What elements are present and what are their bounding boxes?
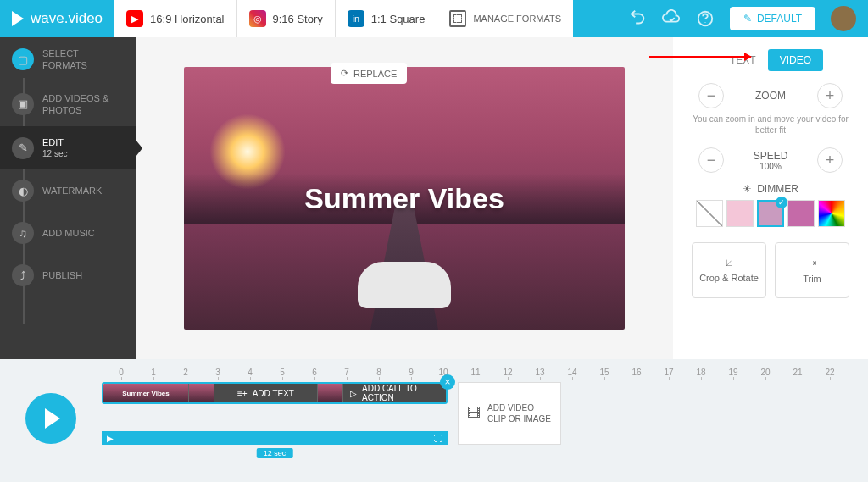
undo-icon[interactable] [628,9,647,28]
ruler-tick: 0 [105,368,137,377]
video-clip[interactable]: Summer Vibes ≡+ADD TEXT ▷ADD CALL TO ACT… [102,382,448,404]
panel-tabs: TEXT VIDEO [718,49,823,71]
logo-icon [12,11,24,26]
ruler-tick: 1 [137,368,170,377]
text-icon: ≡+ [237,389,248,398]
swatch-none[interactable] [696,200,723,227]
sidebar-item-add-videos[interactable]: ▣ ADD VIDEOS & PHOTOS [0,82,136,127]
annotation-arrow [649,56,751,58]
scene-car [358,262,451,308]
speed-label: SPEED100% [749,150,792,171]
ruler-tick: 21 [782,368,814,377]
zoom-hint: You can zoom in and move your video for … [688,114,853,136]
canvas-title-text[interactable]: Summer Vibes [304,182,504,215]
clip-thumbnail[interactable]: Summer Vibes [103,384,188,402]
formats-icon: ▢ [12,48,34,70]
sidebar-item-edit[interactable]: ✎ EDIT12 sec [0,126,136,169]
zoom-label: ZOOM [749,90,792,102]
ruler-tick: 13 [524,368,556,377]
canvas-area: ⟳ REPLACE Summer Vibes [136,37,673,359]
right-panel: TEXT VIDEO − ZOOM + You can zoom in and … [673,37,868,359]
video-canvas[interactable]: Summer Vibes [184,67,625,330]
play-button[interactable] [25,393,76,444]
ruler-tick: 5 [266,368,298,377]
clip-footer: ▶ 12 sec ⛶ [102,431,448,445]
logo[interactable]: wave.video [0,10,114,27]
ruler-tick: 3 [202,368,234,377]
clip-placeholder-1 [188,384,214,402]
ruler-tick: 22 [814,368,846,377]
ruler-tick: 19 [717,368,749,377]
timeline: 012345678910111213141516171819202122 × S… [102,359,868,482]
ruler-tick: 16 [620,368,653,377]
avatar[interactable] [831,6,856,31]
ruler-tick: 4 [234,368,266,377]
ruler-tick: 2 [170,368,202,377]
trim-button[interactable]: ⇥ Trim [775,242,849,298]
format-tab-horizontal[interactable]: ▶ 16:9 Horizontal [114,0,236,37]
default-button[interactable]: ✎ DEFAULT [730,7,815,30]
crop-icon: ⟀ [726,258,732,268]
add-cta-button[interactable]: ▷ADD CALL TO ACTION [342,384,446,402]
dimmer-swatches [696,200,845,227]
ruler-tick: 17 [653,368,685,377]
swatch-magenta[interactable] [787,200,815,227]
ruler-tick: 9 [395,368,427,377]
swatch-pink-light[interactable] [726,200,754,227]
tool-buttons: ⟀ Crop & Rotate ⇥ Trim [692,242,849,298]
logo-text: wave.video [31,10,103,27]
ruler-tick: 18 [685,368,717,377]
format-tab-story[interactable]: ◎ 9:16 Story [237,0,336,37]
main: ▢ SELECT FORMATS ▣ ADD VIDEOS & PHOTOS ✎… [0,37,868,359]
linkedin-icon: in [348,10,364,27]
add-text-button[interactable]: ≡+ADD TEXT [214,384,317,402]
sidebar-item-add-music[interactable]: ♫ ADD MUSIC [0,212,136,254]
share-icon: ⤴ [12,264,34,286]
zoom-out-button[interactable]: − [698,83,724,108]
camera-icon: ▣ [12,93,34,115]
ruler-tick: 7 [331,368,363,377]
clip-wrapper: × Summer Vibes ≡+ADD TEXT ▷ADD CALL TO A… [102,382,448,445]
ruler-tick: 15 [588,368,620,377]
speed-down-button[interactable]: − [698,147,724,173]
expand-icon[interactable]: ⛶ [434,434,442,443]
header-right: ✎ DEFAULT [628,6,868,31]
crop-rotate-button[interactable]: ⟀ Crop & Rotate [692,242,766,298]
timeline-track: × Summer Vibes ≡+ADD TEXT ▷ADD CALL TO A… [102,382,868,445]
sidebar-item-watermark[interactable]: ◐ WATERMARK [0,169,136,212]
ruler-tick: 20 [749,368,782,377]
music-icon: ♫ [12,222,34,244]
ruler-tick: 11 [459,368,492,377]
sidebar-item-select-formats[interactable]: ▢ SELECT FORMATS [0,37,136,82]
sidebar-item-publish[interactable]: ⤴ PUBLISH [0,254,136,296]
ruler-tick: 8 [363,368,395,377]
sidebar: ▢ SELECT FORMATS ▣ ADD VIDEOS & PHOTOS ✎… [0,37,136,359]
brightness-icon: ☀ [743,183,752,195]
swatch-purple[interactable] [757,200,784,227]
format-tab-square[interactable]: in 1:1 Square [336,0,438,37]
pencil-icon: ✎ [743,13,752,25]
trim-icon: ⇥ [809,258,816,269]
replace-button[interactable]: ⟳ REPLACE [331,63,407,84]
cloud-save-icon[interactable] [662,9,681,28]
clip-close-button[interactable]: × [440,374,455,390]
cta-icon: ▷ [350,389,357,398]
zoom-in-button[interactable]: + [817,83,843,108]
film-icon: 🎞 [467,405,481,423]
refresh-icon: ⟳ [341,68,348,79]
tab-video[interactable]: VIDEO [768,49,823,71]
add-clip-button[interactable]: 🎞 ADD VIDEO CLIP OR IMAGE [458,382,561,445]
swatch-rainbow[interactable] [818,200,845,227]
play-small-icon[interactable]: ▶ [107,434,114,443]
zoom-control: − ZOOM + [698,83,843,108]
ruler-tick: 6 [298,368,331,377]
watermark-icon: ◐ [12,180,34,202]
help-icon[interactable] [696,9,715,28]
manage-formats-button[interactable]: MANAGE FORMATS [437,0,573,37]
edit-icon: ✎ [12,137,34,159]
tab-text[interactable]: TEXT [718,49,768,71]
ruler-tick: 12 [492,368,524,377]
speed-control: − SPEED100% + [698,147,843,173]
clip-placeholder-2 [317,384,342,402]
speed-up-button[interactable]: + [817,147,843,173]
